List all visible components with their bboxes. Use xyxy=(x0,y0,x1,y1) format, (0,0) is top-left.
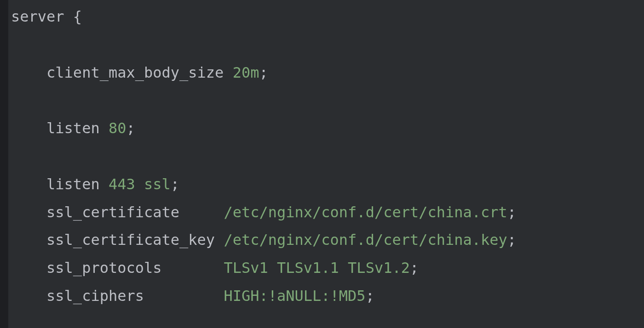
code-token-value: HIGH:!aNULL:!MD5 xyxy=(224,287,365,305)
code-line[interactable]: ssl_ciphers HIGH:!aNULL:!MD5; xyxy=(11,282,641,310)
indent xyxy=(11,64,46,81)
code-token-value: ssl xyxy=(144,175,171,193)
indent xyxy=(11,287,46,305)
code-token-directive xyxy=(135,175,144,193)
code-token-directive: ssl_certificate_key xyxy=(46,231,215,249)
code-token-value: 80 xyxy=(109,119,126,137)
code-token-value: /etc/nginx/conf.d/cert/china.key xyxy=(224,231,507,249)
code-token-directive xyxy=(162,259,224,277)
code-token-directive xyxy=(100,175,109,193)
code-line[interactable]: ssl_protocols TLSv1 TLSv1.1 TLSv1.2; xyxy=(11,254,641,282)
code-token-directive: ; xyxy=(171,175,179,193)
code-token-directive xyxy=(224,64,232,81)
code-line[interactable]: ssl_certificate /etc/nginx/conf.d/cert/c… xyxy=(11,198,641,226)
code-editor[interactable]: server { client_max_body_size 20m; liste… xyxy=(8,0,644,328)
code-line[interactable]: server { xyxy=(11,3,641,31)
code-token-directive: listen xyxy=(46,175,100,193)
code-line[interactable] xyxy=(11,86,641,114)
code-token-directive xyxy=(215,231,224,249)
code-token-directive: ; xyxy=(126,119,135,137)
indent xyxy=(11,204,46,221)
code-token-value: TLSv1 xyxy=(224,259,268,277)
code-token-value: 443 xyxy=(109,175,135,193)
code-token-directive xyxy=(268,259,277,277)
editor-gutter xyxy=(0,0,8,328)
code-token-brace: { xyxy=(73,8,82,25)
indent xyxy=(11,175,46,193)
code-line[interactable] xyxy=(11,31,641,59)
code-token-value: TLSv1.1 xyxy=(277,259,339,277)
code-token-directive: ; xyxy=(410,259,419,277)
code-token-directive: ssl_ciphers xyxy=(46,287,144,305)
code-line[interactable] xyxy=(11,142,641,170)
code-token-directive xyxy=(64,8,73,25)
code-token-directive: ; xyxy=(507,231,516,249)
code-token-directive xyxy=(339,259,348,277)
code-token-directive: ssl_certificate xyxy=(46,204,179,221)
indent xyxy=(11,259,46,277)
code-token-value: /etc/nginx/conf.d/cert/china.crt xyxy=(224,204,507,221)
code-token-directive xyxy=(100,119,109,137)
code-token-directive: ssl_protocols xyxy=(46,259,161,277)
code-token-value: TLSv1.2 xyxy=(348,259,410,277)
code-token-directive: server xyxy=(11,8,64,25)
code-token-directive: ; xyxy=(507,204,516,221)
code-token-directive xyxy=(179,204,224,221)
code-line[interactable]: ssl_certificate_key /etc/nginx/conf.d/ce… xyxy=(11,226,641,254)
code-token-directive: ; xyxy=(366,287,374,305)
code-token-directive xyxy=(144,287,224,305)
code-line[interactable]: client_max_body_size 20m; xyxy=(11,59,641,87)
code-line[interactable]: listen 80; xyxy=(11,114,641,142)
indent xyxy=(11,119,46,137)
code-token-directive: client_max_body_size xyxy=(46,64,224,81)
indent xyxy=(11,231,46,249)
code-token-directive: listen xyxy=(46,119,100,137)
code-token-directive: ; xyxy=(259,64,268,81)
code-token-value: 20m xyxy=(233,64,259,81)
code-line[interactable]: listen 443 ssl; xyxy=(11,170,641,198)
